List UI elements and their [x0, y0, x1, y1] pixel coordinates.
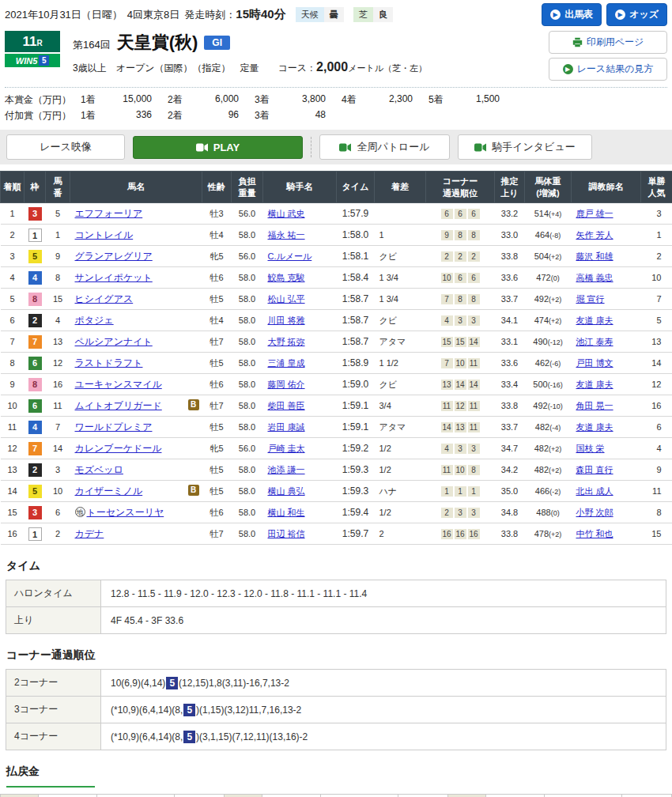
trainer-link[interactable]: 森田 直行 — [576, 465, 613, 474]
horse-name-link[interactable]: コントレイル — [75, 229, 134, 240]
horse-number: 9 — [46, 246, 70, 267]
print-page-button[interactable]: 印刷用ページ — [549, 31, 667, 54]
result-guide-button[interactable]: ▶ レース結果の見方 — [549, 58, 667, 81]
race-actions: 印刷用ページ ▶ レース結果の見方 — [549, 31, 667, 81]
jockey-link[interactable]: 田辺 裕信 — [268, 529, 305, 538]
odds-button[interactable]: ▶ オッズ — [606, 3, 667, 26]
jockey-link[interactable]: 鮫島 克駿 — [268, 273, 305, 282]
body-weight: 492(+2) — [525, 289, 572, 310]
trainer-link[interactable]: 池江 泰寿 — [576, 337, 613, 346]
last-3f-time: 34.7 — [495, 438, 525, 459]
horse-name-link[interactable]: カレンブーケドール — [75, 443, 162, 454]
trainer-link[interactable]: 友道 康夫 — [576, 380, 613, 389]
turf-condition-badge: 芝 良 — [353, 7, 393, 22]
race-title: 天皇賞(秋) — [117, 31, 198, 55]
sex-age: 牡6 — [202, 502, 232, 523]
trainer-cell: 森田 直行 — [572, 459, 641, 481]
trainer-link[interactable]: 友道 康夫 — [576, 422, 613, 432]
body-weight: 500(-16) — [525, 374, 572, 395]
finish-time: 1:59.7 — [337, 523, 375, 545]
horse-number: 6 — [46, 502, 70, 523]
sex-age: 牡5 — [202, 481, 232, 502]
corner-number: 8 — [468, 294, 480, 304]
jockey-link[interactable]: 三浦 皇成 — [268, 358, 305, 368]
trainer-link[interactable]: 鹿戸 雄一 — [576, 209, 613, 218]
additional-prize-line: 付加賞（万円）1着3362着963着48 — [5, 109, 667, 123]
trainer-link[interactable]: 高橋 義忠 — [576, 273, 613, 282]
horse-name-cell: ユーキャンスマイル — [70, 374, 202, 395]
corner-positions: 788 — [426, 289, 495, 310]
jockey-interview-label: 騎手インタビュー — [492, 140, 576, 154]
trainer-link[interactable]: 国枝 栄 — [576, 444, 605, 453]
jockey-cell: C.ルメール — [263, 246, 337, 267]
jockey-link[interactable]: C.ルメール — [268, 251, 312, 261]
horse-name-link[interactable]: サンレイポケット — [75, 272, 153, 283]
win-popularity: 10 — [641, 267, 672, 289]
bracket-badge: 6 — [28, 399, 42, 413]
corner-number: 3 — [455, 315, 466, 326]
trainer-link[interactable]: 中竹 和也 — [576, 529, 613, 538]
horse-name-link[interactable]: ラストドラフト — [75, 357, 143, 368]
play-button[interactable]: PLAY — [133, 136, 303, 159]
horse-name-link[interactable]: トーセンスーリヤ — [87, 507, 164, 518]
trainer-link[interactable]: 北出 成人 — [576, 486, 613, 496]
impost-weight: 58.0 — [232, 267, 263, 289]
turf-condition-value: 良 — [373, 7, 393, 22]
jockey-link[interactable]: 池添 謙一 — [268, 465, 305, 474]
corner-number: 10 — [455, 358, 466, 368]
trainer-link[interactable]: 矢作 芳人 — [576, 230, 613, 240]
corner-number: 16 — [441, 529, 453, 539]
jockey-link[interactable]: 横山 典弘 — [268, 486, 305, 496]
jockey-link[interactable]: 大野 拓弥 — [268, 337, 305, 346]
trainer-link[interactable]: 藤沢 和雄 — [576, 251, 613, 261]
horse-name-link[interactable]: ポタジェ — [75, 315, 114, 326]
horse-name-link[interactable]: ペルシアンナイト — [75, 336, 153, 347]
sex-age: 牡7 — [202, 395, 232, 417]
horse-name-link[interactable]: グランアレグリア — [75, 251, 153, 262]
trainer-link[interactable]: 友道 康夫 — [576, 315, 613, 325]
trainer-cell: 鹿戸 雄一 — [572, 203, 641, 225]
prize-money: 本賞金（万円）1着15,0002着6,0003着3,8004着2,3005着1,… — [0, 88, 672, 130]
finish-position: 1 — [1, 203, 25, 225]
trainer-link[interactable]: 小野 次郎 — [576, 508, 613, 517]
corner-number: 2 — [441, 508, 453, 518]
results-table: 着順枠馬 番馬名性齢負担 重量騎手名タイム着差コーナー 通過順位推定 上り馬体重… — [0, 171, 672, 545]
entry-table-button[interactable]: ▶ 出馬表 — [542, 3, 602, 26]
horse-name-cell: サンレイポケット — [70, 267, 202, 289]
main-prize-rank: 1着 — [81, 93, 108, 107]
jockey-link[interactable]: 藤岡 佑介 — [268, 380, 305, 389]
body-weight-diff: (-16) — [548, 381, 563, 389]
jockey-cell: 戸崎 圭太 — [263, 438, 337, 459]
win-popularity: 2 — [641, 246, 672, 267]
trainer-link[interactable]: 角田 晃一 — [576, 401, 613, 410]
jockey-cell: 池添 謙一 — [263, 459, 337, 481]
body-weight: 472(0) — [525, 267, 572, 289]
horse-name-link[interactable]: エフフォーリア — [75, 208, 143, 219]
corner-row-label: 3コーナー — [6, 697, 101, 723]
horse-name-link[interactable]: カイザーミノル — [75, 485, 143, 497]
grade-badge: GI — [204, 36, 230, 50]
start-time-value: 15時40分 — [236, 7, 285, 21]
horse-name-link[interactable]: ワールドプレミア — [75, 421, 153, 432]
jockey-link[interactable]: 松山 弘平 — [268, 294, 305, 304]
jockey-link[interactable]: 横山 和生 — [268, 508, 305, 517]
last-3f-time: 33.2 — [495, 203, 525, 225]
jockey-link[interactable]: 川田 将雅 — [268, 315, 305, 325]
horse-name-link[interactable]: モズベッロ — [75, 464, 123, 475]
horse-name-link[interactable]: ヒシイグアス — [75, 293, 134, 304]
horse-name-link[interactable]: ムイトオブリガード — [75, 400, 162, 411]
horse-name-link[interactable]: ユーキャンスマイル — [75, 379, 162, 390]
jockey-link[interactable]: 柴田 善臣 — [268, 401, 305, 410]
jockey-link[interactable]: 岩田 康誠 — [268, 422, 305, 432]
trainer-link[interactable]: 戸田 博文 — [576, 358, 613, 368]
jockey-link[interactable]: 福永 祐一 — [268, 230, 305, 240]
jockey-interview-button[interactable]: 騎手インタビュー — [458, 134, 592, 160]
race-video-button[interactable]: レース映像 — [6, 134, 125, 160]
horse-name-link[interactable]: カデナ — [75, 528, 104, 539]
trainer-link[interactable]: 堀 宣行 — [576, 294, 605, 304]
last-3f-time: 33.8 — [495, 246, 525, 267]
jockey-link[interactable]: 横山 武史 — [268, 209, 305, 218]
bracket-badge: 8 — [28, 378, 42, 391]
jockey-link[interactable]: 戸崎 圭太 — [268, 444, 305, 453]
patrol-video-button[interactable]: 全周パトロール — [319, 134, 450, 160]
